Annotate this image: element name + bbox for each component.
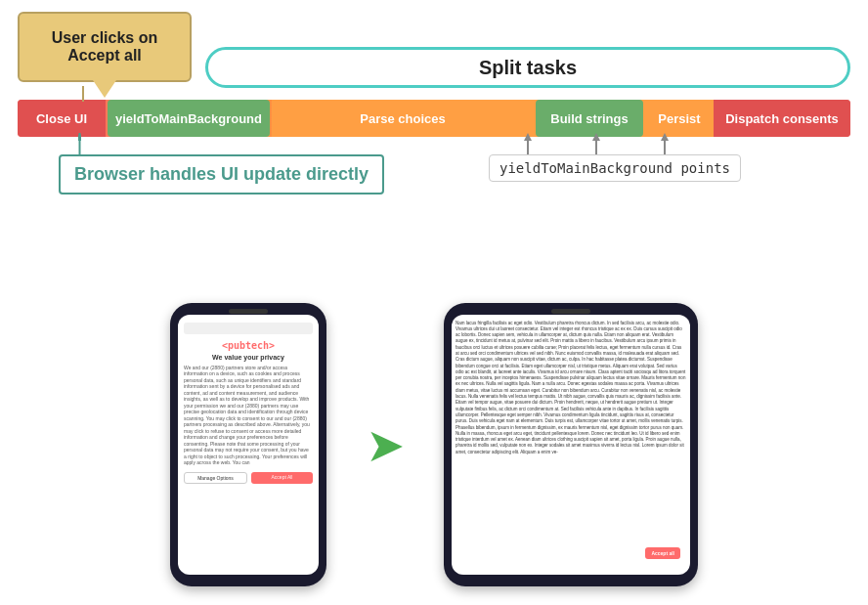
pipeline-parse-choices: Parse choices bbox=[272, 100, 534, 137]
split-tasks-banner: Split tasks bbox=[205, 47, 850, 88]
consent-topbar bbox=[184, 323, 313, 334]
phone-article-screen: Nam lacus fringilla facilisis ac eget od… bbox=[452, 315, 690, 575]
user-clicks-box: User clicks on Accept all bbox=[18, 12, 192, 82]
svg-marker-3 bbox=[524, 133, 532, 141]
pipeline-build-strings: Build strings bbox=[536, 100, 643, 137]
split-tasks-label: Split tasks bbox=[479, 57, 577, 79]
svg-marker-7 bbox=[661, 133, 669, 141]
user-clicks-label: User clicks on Accept all bbox=[52, 29, 158, 65]
pipeline-close-ui: Close UI bbox=[18, 100, 106, 137]
consent-title: We value your privacy bbox=[184, 354, 313, 361]
accept-all-button[interactable]: Accept All bbox=[251, 472, 313, 484]
pipeline-persist: Persist bbox=[645, 100, 714, 137]
phones-area: <pubtech> We value your privacy We and o… bbox=[0, 283, 868, 605]
diagram-area: User clicks on Accept all Split tasks Cl… bbox=[0, 0, 868, 283]
svg-marker-5 bbox=[592, 133, 600, 141]
pipeline-dispatch: Dispatch consents bbox=[714, 100, 850, 137]
consent-buttons: Manage Options Accept All bbox=[184, 472, 313, 484]
user-clicks-arrow bbox=[78, 86, 88, 102]
yield-points-label: yieldToMainBackground points bbox=[489, 154, 741, 182]
pipeline-row: Close UI yieldToMainBackground Parse cho… bbox=[18, 100, 850, 137]
accept-all-overlay: Accept all bbox=[645, 547, 680, 559]
consent-logo: <pubtech> bbox=[184, 340, 313, 351]
yield-points-arrows bbox=[518, 133, 714, 154]
phone-consent: <pubtech> We value your privacy We and o… bbox=[170, 303, 326, 586]
phone-consent-screen: <pubtech> We value your privacy We and o… bbox=[178, 315, 319, 575]
phone-article: Nam lacus fringilla facilisis ac eget od… bbox=[444, 303, 698, 586]
browser-label: Browser handles UI update directly bbox=[59, 154, 384, 194]
article-content: Nam lacus fringilla facilisis ac eget od… bbox=[452, 315, 690, 575]
svg-marker-1 bbox=[78, 133, 81, 141]
consent-body: We and our (2880) partners store and/or … bbox=[184, 365, 313, 466]
manage-options-button[interactable]: Manage Options bbox=[184, 472, 247, 484]
phones-arrow: ➤ bbox=[366, 417, 405, 472]
arrow-browser-up bbox=[78, 133, 81, 154]
pipeline-yield-main: yieldToMainBackground bbox=[108, 100, 270, 137]
consent-content: <pubtech> We value your privacy We and o… bbox=[178, 315, 319, 492]
